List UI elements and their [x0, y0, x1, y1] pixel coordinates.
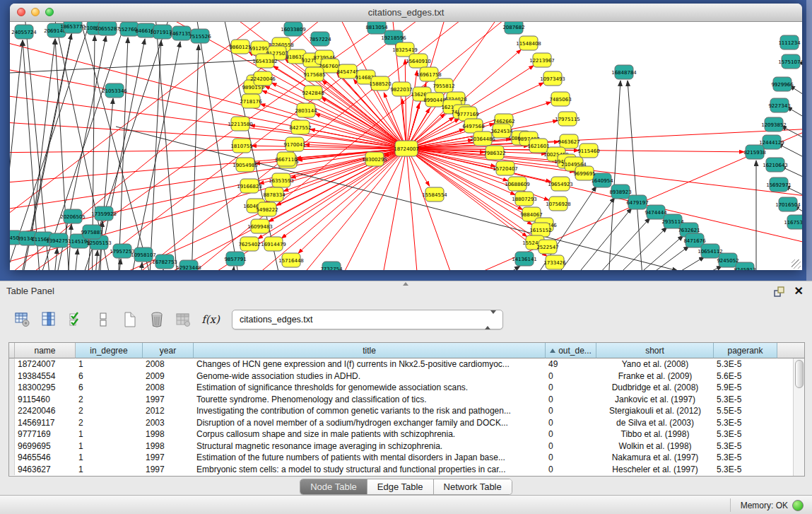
table-cell[interactable]: 1: [76, 358, 143, 370]
table-row[interactable]: 1938455462009Genome-wide association stu…: [9, 370, 804, 382]
table-cell[interactable]: 18724007: [15, 358, 76, 370]
graph-node[interactable]: 15584554: [422, 187, 447, 201]
graph-node[interactable]: 16033809: [281, 22, 306, 36]
graph-node[interactable]: 17359928: [91, 206, 117, 221]
column-header-out-de-[interactable]: out_de...: [546, 343, 596, 358]
graph-node[interactable]: 11675322: [784, 215, 802, 229]
table-settings-button[interactable]: [13, 310, 33, 329]
column-header-in-degree[interactable]: in_degree: [76, 343, 143, 358]
graph-node[interactable]: 1615152: [529, 223, 551, 237]
table-cell[interactable]: 1998: [143, 428, 194, 440]
network-view-canvas[interactable]: 1872400724055724206914061865377021083945…: [10, 22, 802, 270]
table-cell[interactable]: 1997: [143, 452, 194, 464]
table-cell[interactable]: 5.3E-5: [714, 428, 777, 440]
graph-node[interactable]: 16914479: [261, 237, 286, 251]
table-cell[interactable]: 14569117: [15, 417, 76, 429]
select-all-button[interactable]: [66, 310, 86, 329]
table-cell[interactable]: Genome-wide association studies in ADHD.: [194, 370, 546, 382]
table-cell[interactable]: 1997: [143, 394, 194, 406]
table-row[interactable]: 946362711997Embryonic stem cells: a mode…: [9, 464, 804, 476]
delete-table-button[interactable]: [147, 310, 167, 329]
graph-node[interactable]: 8215938: [743, 145, 765, 159]
table-row[interactable]: 1872400712008Changes of HCN gene express…: [9, 358, 804, 370]
table-cell[interactable]: 5.3E-5: [714, 452, 777, 464]
table-cell[interactable]: 0: [546, 464, 596, 476]
graph-node[interactable]: 9242848: [302, 86, 324, 100]
graph-node[interactable]: 15716448: [278, 253, 304, 267]
table-cell[interactable]: Disruption of a novel member of a sodium…: [194, 417, 546, 429]
graph-node[interactable]: 16099483: [247, 219, 273, 233]
table-cell[interactable]: 0: [546, 452, 596, 464]
graph-node[interactable]: 19054985: [233, 158, 258, 172]
graph-node[interactable]: 7625402: [238, 237, 260, 251]
graph-node[interactable]: 8427552: [289, 120, 311, 134]
table-cell[interactable]: Investigating the contribution of common…: [194, 405, 546, 417]
table-cell[interactable]: Wolkin et al. (1998): [596, 440, 714, 452]
scrollbar-thumb[interactable]: [795, 360, 804, 388]
graph-node[interactable]: 10756928: [546, 197, 571, 211]
graph-node[interactable]: 1588520: [369, 76, 391, 90]
table-cell[interactable]: 9777169: [15, 428, 76, 440]
table-cell[interactable]: 0: [546, 405, 596, 417]
table-cell[interactable]: 1998: [143, 440, 194, 452]
table-cell[interactable]: Yano et al. (2008): [596, 358, 714, 370]
graph-node[interactable]: 15692971: [766, 177, 792, 192]
table-cell[interactable]: 2012: [143, 405, 194, 417]
table-cell[interactable]: Corpus callosum shape and size in male p…: [194, 428, 546, 440]
column-header-name[interactable]: name: [15, 343, 76, 358]
table-cell[interactable]: Embryonic stem cells: a model to study s…: [194, 464, 546, 476]
graph-node[interactable]: 12093852: [761, 117, 787, 132]
table-cell[interactable]: 1997: [143, 464, 194, 476]
graph-node-hub[interactable]: 18724007: [394, 141, 419, 156]
graph-node[interactable]: 18807293: [512, 192, 537, 206]
table-row[interactable]: 969969511998Structural magnetic resonanc…: [9, 440, 804, 452]
graph-node[interactable]: 2803144: [295, 103, 317, 117]
memory-ok-indicator-icon[interactable]: [792, 500, 804, 511]
table-cell[interactable]: de Silva et al. (2003): [596, 417, 714, 429]
graph-node[interactable]: 9170041: [283, 137, 305, 151]
table-cell[interactable]: 2003: [143, 417, 194, 429]
table-cell[interactable]: 2009: [143, 370, 194, 382]
graph-node[interactable]: 7485063: [549, 92, 571, 106]
graph-node[interactable]: 19654923: [548, 177, 573, 191]
table-cell[interactable]: 6: [76, 370, 143, 382]
table-row[interactable]: 1830029562008Estimation of significance …: [9, 382, 804, 394]
graph-node[interactable]: 17975115: [555, 112, 580, 126]
graph-node[interactable]: 7955812: [433, 78, 454, 93]
graph-node[interactable]: 8938923: [609, 185, 631, 199]
table-row[interactable]: 977716911998Corpus callosum shape and si…: [9, 428, 804, 440]
graph-node[interactable]: 9227343: [768, 98, 790, 112]
graph-node[interactable]: 24055724: [11, 25, 37, 39]
table-cell[interactable]: 2008: [143, 358, 194, 370]
table-cell[interactable]: 22420046: [15, 405, 76, 417]
graph-node[interactable]: 8245913: [734, 262, 755, 270]
table-cell[interactable]: Franke et al. (2009): [596, 370, 714, 382]
table-cell[interactable]: 1: [76, 452, 143, 464]
graph-node[interactable]: 9822037: [390, 82, 412, 96]
graph-node[interactable]: 8667110: [275, 152, 297, 166]
graph-node[interactable]: 12923448: [176, 260, 201, 270]
column-header-pagerank[interactable]: pagerank: [714, 343, 777, 358]
minimize-button[interactable]: [31, 8, 40, 16]
column-header-year[interactable]: year: [143, 343, 194, 358]
graph-node[interactable]: 20206505: [60, 209, 86, 223]
window-resize-grip[interactable]: [792, 259, 801, 269]
graph-node[interactable]: 7986322: [483, 146, 505, 160]
table-cell[interactable]: 2: [76, 417, 143, 429]
column-header-title[interactable]: title: [194, 343, 546, 358]
close-button[interactable]: [17, 8, 25, 16]
graph-node[interactable]: 5498222: [256, 202, 278, 216]
table-cell[interactable]: 2008: [143, 382, 194, 394]
table-cell[interactable]: 5.3E-5: [714, 417, 777, 429]
table-row[interactable]: 1456911722003Disruption of a novel membe…: [9, 417, 804, 429]
graph-node[interactable]: 9175685: [303, 67, 325, 81]
table-cell[interactable]: Estimation of significance thresholds fo…: [194, 382, 546, 394]
float-panel-icon[interactable]: [774, 286, 785, 298]
table-cell[interactable]: 9699695: [15, 440, 76, 452]
graph-node[interactable]: 16353593: [269, 173, 294, 187]
tab-edge-table[interactable]: Edge Table: [367, 479, 434, 494]
graph-node[interactable]: 17016504: [775, 197, 801, 211]
graph-node[interactable]: 9463627: [558, 134, 579, 148]
table-cell[interactable]: 0: [546, 417, 596, 429]
table-cell[interactable]: 5.5E-5: [714, 405, 777, 417]
